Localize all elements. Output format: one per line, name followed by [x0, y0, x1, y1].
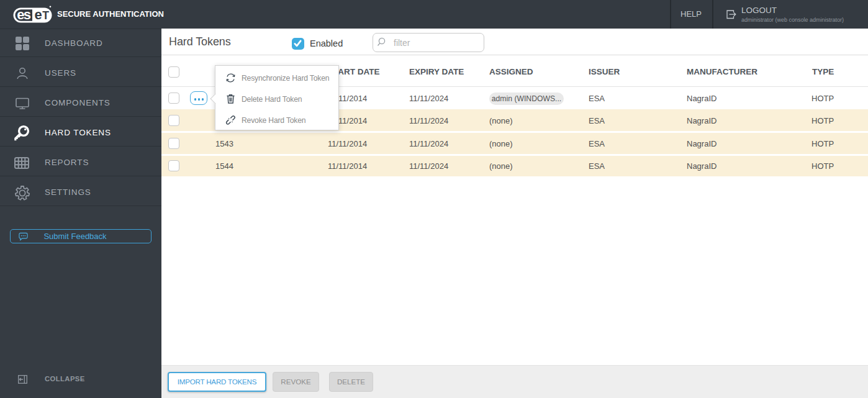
- svg-text:e: e: [34, 7, 42, 22]
- svg-text:es: es: [17, 7, 30, 22]
- svg-text:T: T: [42, 9, 49, 22]
